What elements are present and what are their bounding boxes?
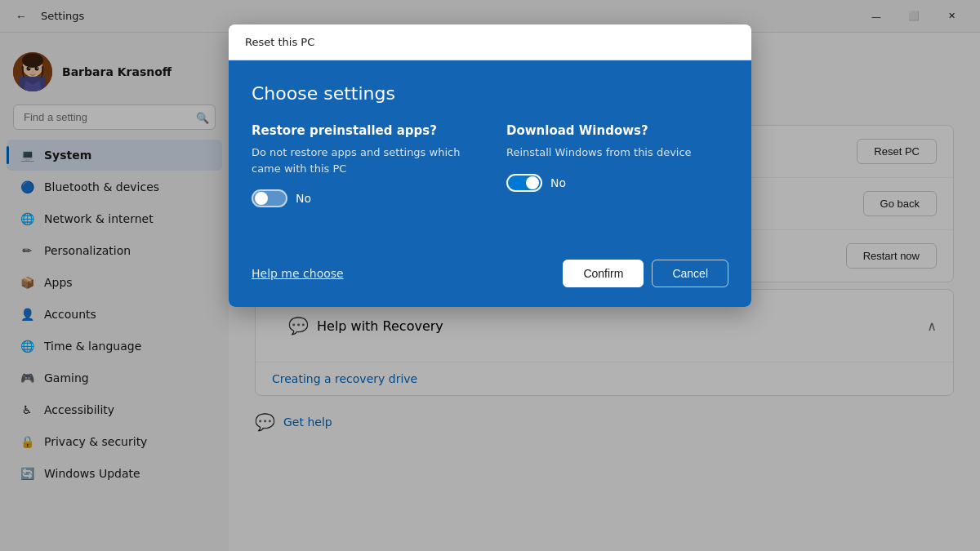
cancel-button[interactable]: Cancel xyxy=(652,260,728,287)
dialog-body: Choose settings Restore preinstalled app… xyxy=(229,60,751,260)
dialog-col-1: Restore preinstalled apps? Do not restor… xyxy=(252,123,474,207)
dialog-title: Choose settings xyxy=(252,83,728,104)
col2-toggle-row: No xyxy=(506,174,728,192)
col2-toggle[interactable] xyxy=(506,174,542,192)
help-me-choose-link[interactable]: Help me choose xyxy=(252,267,344,280)
dialog-col-2: Download Windows? Reinstall Windows from… xyxy=(506,123,728,207)
col2-toggle-thumb xyxy=(526,176,539,189)
col2-label: Download Windows? xyxy=(506,123,728,138)
dialog-footer: Help me choose Confirm Cancel xyxy=(229,260,751,307)
dialog-header: Reset this PC xyxy=(229,24,751,60)
dialog-columns: Restore preinstalled apps? Do not restor… xyxy=(252,123,728,207)
col1-toggle[interactable] xyxy=(252,189,287,207)
modal-overlay: Reset this PC Choose settings Restore pr… xyxy=(0,0,980,551)
col1-toggle-label: No xyxy=(296,192,311,205)
dialog: Reset this PC Choose settings Restore pr… xyxy=(229,24,751,307)
col2-desc: Reinstall Windows from this device xyxy=(506,144,728,161)
col1-toggle-thumb xyxy=(255,192,268,205)
col1-label: Restore preinstalled apps? xyxy=(252,123,474,138)
col2-toggle-label: No xyxy=(550,176,566,189)
confirm-button[interactable]: Confirm xyxy=(563,260,644,287)
col1-toggle-row: No xyxy=(252,189,474,207)
col1-desc: Do not restore apps and settings which c… xyxy=(252,144,474,176)
dialog-buttons: Confirm Cancel xyxy=(563,260,728,287)
